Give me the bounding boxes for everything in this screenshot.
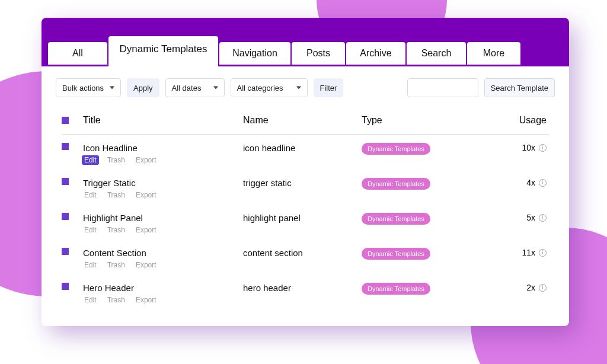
row-action-export[interactable]: Export xyxy=(133,225,159,235)
row-checkbox[interactable] xyxy=(62,213,69,220)
tab-posts[interactable]: Posts xyxy=(292,42,345,66)
info-icon[interactable]: i xyxy=(539,144,547,152)
category-filter-select[interactable]: All categories xyxy=(231,78,308,97)
row-name: trigger static xyxy=(243,178,362,188)
row-action-trash[interactable]: Trash xyxy=(105,190,127,200)
info-icon[interactable]: i xyxy=(539,284,547,292)
row-checkbox[interactable] xyxy=(62,178,69,185)
apply-button[interactable]: Apply xyxy=(127,78,159,97)
row-actions: EditTrashExport xyxy=(82,260,243,270)
column-name-header[interactable]: Name xyxy=(243,115,362,126)
table-row: Content SectionEditTrashExportcontent se… xyxy=(62,240,549,274)
column-type-header[interactable]: Type xyxy=(362,115,480,126)
row-action-trash[interactable]: Trash xyxy=(105,260,127,270)
tab-navigation[interactable]: Navigation xyxy=(219,42,290,66)
column-title-header[interactable]: Title xyxy=(83,115,243,126)
row-action-trash[interactable]: Trash xyxy=(105,295,127,305)
table-row: Hero HeaderEditTrashExporthero headerDyn… xyxy=(62,274,549,309)
row-usage-count: 5x xyxy=(526,213,535,222)
row-actions: EditTrashExport xyxy=(82,155,243,165)
row-title[interactable]: Highlight Panel xyxy=(83,213,243,223)
row-checkbox[interactable] xyxy=(62,143,69,150)
row-usage-count: 10x xyxy=(522,143,535,152)
tab-dynamic-templates[interactable]: Dynamic Templates xyxy=(108,36,218,66)
row-action-edit[interactable]: Edit xyxy=(82,225,99,235)
row-action-edit[interactable]: Edit xyxy=(82,260,99,270)
row-title[interactable]: Content Section xyxy=(83,248,243,258)
row-action-export[interactable]: Export xyxy=(133,155,159,165)
row-action-export[interactable]: Export xyxy=(133,260,159,270)
type-badge: Dynamic Templates xyxy=(362,143,430,155)
row-name: icon headline xyxy=(243,143,362,153)
toolbar: Bulk actions Apply All dates All categor… xyxy=(41,66,569,103)
row-checkbox[interactable] xyxy=(62,248,69,255)
row-usage-count: 2x xyxy=(526,283,535,292)
row-actions: EditTrashExport xyxy=(82,190,243,200)
type-badge: Dynamic Templates xyxy=(362,178,430,190)
tab-search[interactable]: Search xyxy=(407,42,466,66)
table-row: Highlight PanelEditTrashExporthighlight … xyxy=(62,205,549,240)
row-title[interactable]: Trigger Static xyxy=(83,178,243,188)
table-area: Title Name Type Usage Icon HeadlineEditT… xyxy=(41,103,569,326)
table-body: Icon HeadlineEditTrashExporticon headlin… xyxy=(62,135,549,309)
type-badge: Dynamic Templates xyxy=(362,283,430,295)
row-action-trash[interactable]: Trash xyxy=(105,225,127,235)
table-header: Title Name Type Usage xyxy=(62,115,549,135)
row-usage-count: 4x xyxy=(526,178,535,187)
bulk-actions-select[interactable]: Bulk actions xyxy=(56,78,121,97)
row-action-edit[interactable]: Edit xyxy=(82,155,99,165)
filter-button[interactable]: Filter xyxy=(314,78,344,97)
row-name: content section xyxy=(243,248,362,258)
row-usage-count: 11x xyxy=(522,248,535,257)
row-title[interactable]: Icon Headline xyxy=(83,143,243,153)
search-input[interactable] xyxy=(407,78,478,97)
row-action-export[interactable]: Export xyxy=(133,295,159,305)
tab-bar: All Dynamic Templates Navigation Posts A… xyxy=(41,18,569,66)
tab-more[interactable]: More xyxy=(467,42,520,66)
admin-panel: All Dynamic Templates Navigation Posts A… xyxy=(41,18,569,326)
date-filter-select[interactable]: All dates xyxy=(165,78,225,97)
column-usage-header[interactable]: Usage xyxy=(480,115,549,126)
row-action-edit[interactable]: Edit xyxy=(82,190,99,200)
row-action-edit[interactable]: Edit xyxy=(82,295,99,305)
row-name: highlight panel xyxy=(243,213,362,223)
info-icon[interactable]: i xyxy=(539,214,547,222)
row-name: hero header xyxy=(243,283,362,293)
row-action-trash[interactable]: Trash xyxy=(105,155,127,165)
row-actions: EditTrashExport xyxy=(82,295,243,305)
type-badge: Dynamic Templates xyxy=(362,213,430,225)
type-badge: Dynamic Templates xyxy=(362,248,430,260)
tab-archive[interactable]: Archive xyxy=(346,42,405,66)
search-template-button[interactable]: Search Template xyxy=(484,78,555,97)
row-actions: EditTrashExport xyxy=(82,225,243,235)
info-icon[interactable]: i xyxy=(539,179,547,187)
tab-all[interactable]: All xyxy=(48,42,107,66)
table-row: Icon HeadlineEditTrashExporticon headlin… xyxy=(62,135,549,170)
row-checkbox[interactable] xyxy=(62,283,69,290)
info-icon[interactable]: i xyxy=(539,249,547,257)
select-all-checkbox[interactable] xyxy=(62,117,69,124)
row-title[interactable]: Hero Header xyxy=(83,283,243,293)
table-row: Trigger StaticEditTrashExporttrigger sta… xyxy=(62,170,549,205)
row-action-export[interactable]: Export xyxy=(133,190,159,200)
